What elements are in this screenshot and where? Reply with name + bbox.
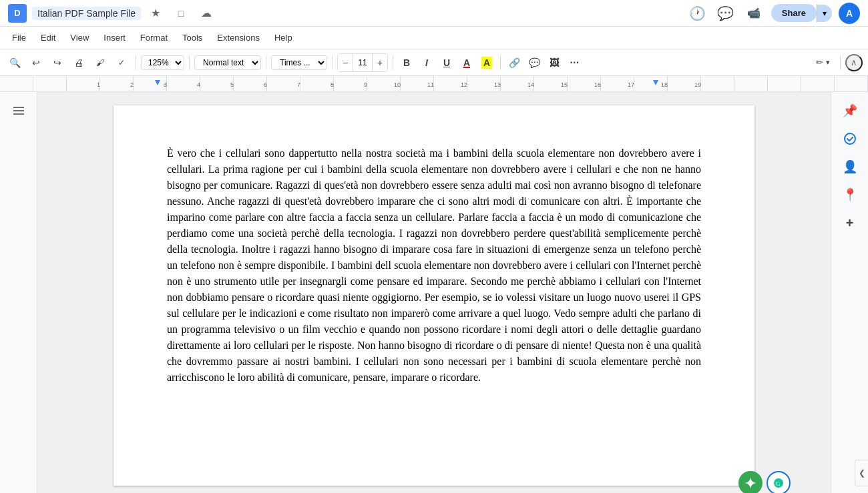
- ruler-svg: 1 2 3 4 5 6 7 8 9 10 11 12 13 14 15 16 1…: [0, 76, 868, 92]
- doc-area[interactable]: È vero che i cellulari sono dappertutto …: [37, 92, 831, 493]
- menu-edit[interactable]: Edit: [34, 30, 62, 45]
- title-bar: D Italian PDF Sample File ★ □ ☁ 🕐 💬 📹 Sh…: [0, 0, 868, 27]
- share-button[interactable]: Share: [771, 4, 817, 22]
- svg-text:15: 15: [561, 81, 568, 88]
- menu-format[interactable]: Format: [134, 30, 174, 45]
- file-name[interactable]: Italian PDF Sample File: [32, 7, 141, 20]
- separator-7: [840, 55, 841, 70]
- svg-text:16: 16: [594, 81, 601, 88]
- link-button[interactable]: 🔗: [505, 54, 523, 71]
- separator-2: [189, 55, 190, 70]
- svg-text:G: G: [776, 480, 781, 487]
- redo-button[interactable]: ↪: [48, 53, 67, 72]
- svg-text:4: 4: [197, 81, 200, 88]
- body-text[interactable]: È vero che i cellulari sono dappertutto …: [167, 145, 701, 386]
- svg-text:14: 14: [527, 81, 534, 88]
- svg-text:13: 13: [494, 81, 501, 88]
- font-size-decrease-button[interactable]: −: [338, 54, 353, 71]
- menu-file[interactable]: File: [5, 30, 33, 45]
- toolbar: 🔍 ↩ ↪ 🖨 🖌 ✓ 125% Normal text Times ... −…: [0, 49, 868, 76]
- svg-point-24: [845, 133, 855, 144]
- left-sidebar: [0, 92, 37, 493]
- collapse-toolbar-button[interactable]: ∧: [845, 54, 863, 71]
- menu-insert[interactable]: Insert: [97, 30, 132, 45]
- separator-3: [266, 55, 266, 70]
- expand-sidebar-button[interactable]: ❮: [855, 460, 868, 486]
- svg-text:3: 3: [164, 81, 167, 88]
- keep-button[interactable]: 📌: [838, 99, 862, 123]
- highlight-button[interactable]: A: [478, 54, 495, 71]
- outline-tool[interactable]: [7, 99, 31, 123]
- doc-icon: D: [8, 4, 27, 23]
- font-size-input[interactable]: [353, 54, 373, 71]
- edit-mode-button[interactable]: ✏ ▾: [811, 55, 835, 70]
- undo-button[interactable]: ↩: [27, 53, 45, 72]
- menu-view[interactable]: View: [63, 30, 95, 45]
- search-button[interactable]: 🔍: [5, 53, 24, 72]
- svg-text:11: 11: [427, 81, 434, 88]
- font-size-control: − +: [337, 53, 388, 72]
- grammarly-button[interactable]: G: [767, 471, 791, 493]
- svg-text:12: 12: [461, 81, 467, 88]
- comments-button[interactable]: 💬: [715, 3, 736, 24]
- menu-extensions[interactable]: Extensions: [210, 30, 266, 45]
- svg-text:8: 8: [331, 81, 334, 88]
- separator-5: [393, 55, 393, 70]
- more-options-button[interactable]: ⋯: [566, 54, 583, 71]
- svg-text:5: 5: [230, 81, 234, 88]
- main-area: È vero che i cellulari sono dappertutto …: [0, 92, 868, 493]
- paint-format-button[interactable]: 🖌: [91, 53, 110, 72]
- zoom-select[interactable]: 125%: [141, 55, 184, 70]
- spell-check-button[interactable]: ✓: [112, 53, 131, 72]
- separator-1: [136, 55, 136, 70]
- header-actions: 🕐 💬 📹 Share ▾ A: [687, 3, 860, 24]
- contacts-button[interactable]: 👤: [838, 155, 862, 179]
- svg-text:6: 6: [264, 81, 267, 88]
- history-button[interactable]: 🕐: [687, 3, 708, 24]
- svg-text:18: 18: [661, 81, 668, 88]
- underline-button[interactable]: U: [438, 54, 455, 71]
- separator-4: [332, 55, 333, 70]
- cloud-icon[interactable]: ☁: [196, 3, 217, 24]
- svg-text:7: 7: [297, 81, 300, 88]
- page: È vero che i cellulari sono dappertutto …: [114, 105, 754, 486]
- svg-text:1: 1: [97, 81, 100, 88]
- image-button[interactable]: 🖼: [546, 54, 563, 71]
- separator-6: [500, 55, 501, 70]
- font-color-button[interactable]: A: [458, 54, 475, 71]
- menu-tools[interactable]: Tools: [176, 30, 209, 45]
- svg-text:2: 2: [130, 81, 134, 88]
- comment-button[interactable]: 💬: [525, 54, 543, 71]
- gemini-button[interactable]: [738, 471, 763, 493]
- svg-text:19: 19: [694, 81, 701, 88]
- menu-help[interactable]: Help: [268, 30, 299, 45]
- right-indent-marker: [653, 80, 658, 85]
- add-button[interactable]: +: [838, 211, 862, 235]
- title-icons: ★ □ ☁: [145, 3, 217, 24]
- font-select[interactable]: Times ...: [271, 55, 327, 70]
- left-indent-marker: [155, 80, 160, 85]
- bottom-float-buttons: G: [738, 471, 791, 493]
- svg-text:10: 10: [394, 81, 401, 88]
- drive-icon[interactable]: □: [170, 3, 192, 24]
- maps-button[interactable]: 📍: [838, 183, 862, 207]
- italic-button[interactable]: I: [418, 54, 435, 71]
- svg-text:9: 9: [364, 81, 367, 88]
- font-size-increase-button[interactable]: +: [373, 54, 387, 71]
- bold-button[interactable]: B: [398, 54, 415, 71]
- style-select[interactable]: Normal text: [194, 55, 261, 70]
- share-dropdown-button[interactable]: ▾: [817, 5, 832, 22]
- star-icon[interactable]: ★: [145, 3, 166, 24]
- tasks-button[interactable]: [838, 127, 862, 151]
- print-button[interactable]: 🖨: [69, 53, 88, 72]
- meet-button[interactable]: 📹: [743, 3, 765, 24]
- svg-text:17: 17: [628, 81, 634, 88]
- right-sidebar: 📌 👤 📍 + ❮: [831, 92, 868, 493]
- ruler: 1 2 3 4 5 6 7 8 9 10 11 12 13 14 15 16 1…: [0, 76, 868, 92]
- menu-bar: File Edit View Insert Format Tools Exten…: [0, 27, 868, 49]
- avatar[interactable]: A: [839, 3, 860, 24]
